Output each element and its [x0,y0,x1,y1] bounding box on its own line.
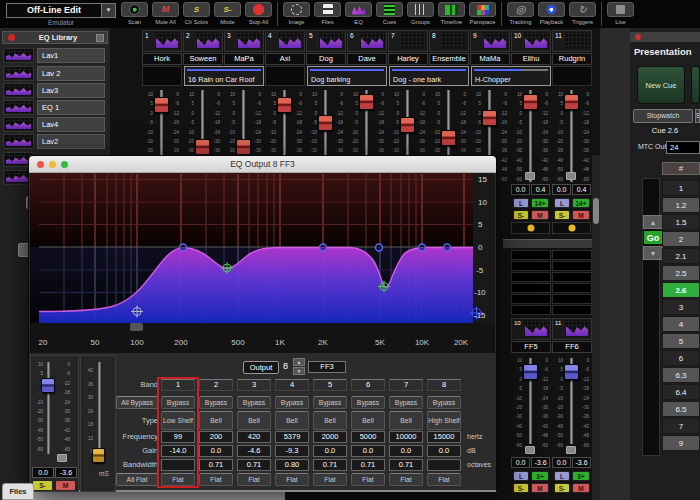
matrix-cell[interactable] [552,305,592,315]
preset-field[interactable]: FF3 [308,361,346,373]
channel-header[interactable]: 10 [511,30,551,52]
eq-thumbnail-icon[interactable] [195,32,221,50]
eq-thumbnail-icon[interactable] [523,32,549,50]
solo-button[interactable]: S- [554,210,570,220]
channel-header[interactable]: 9 [470,30,510,52]
toolbar-button-triggers[interactable]: ↻Triggers [568,1,597,28]
minimize-icon[interactable] [49,161,56,168]
gain-field[interactable]: -4.6 [237,445,271,457]
go-button[interactable]: Go [643,230,663,245]
channel-header[interactable]: 8 [429,30,469,52]
bandwidth-field[interactable]: 0.71 [237,459,271,471]
band-number[interactable]: 4 [275,379,309,391]
matrix-cell[interactable] [511,305,551,315]
fader-handle[interactable] [441,130,456,146]
eq-library-header[interactable]: EQ Library [2,31,108,44]
output-name[interactable]: FF6 [552,341,592,353]
fader-handle[interactable] [564,364,579,380]
fader-handle[interactable] [523,364,538,380]
matrix-cell[interactable] [511,261,551,271]
flat-button[interactable]: Flat [313,473,347,486]
toolbar-button-mode[interactable]: S-Mode [213,1,242,28]
gain-field[interactable]: -14.0 [161,445,195,457]
output-header[interactable]: 11 [552,318,592,340]
mute-button[interactable]: M [572,483,590,493]
toolbar-button-timeline[interactable]: Timeline [437,1,466,28]
eq-window-titlebar[interactable]: EQ Output 8 FF3 [29,156,496,173]
cue-row[interactable]: 9 [662,435,700,451]
link-button[interactable]: L [513,471,529,481]
zoom-icon[interactable] [61,161,68,168]
eq-thumbnail-icon[interactable] [277,32,303,50]
band-number[interactable]: 8 [427,379,461,391]
fader-handle[interactable] [318,115,333,131]
channel-header[interactable]: 1 [142,30,182,52]
matrix-cell[interactable] [511,283,551,293]
bandwidth-field[interactable]: 0.71 [313,459,347,471]
solo-button[interactable]: S- [32,480,53,491]
library-item[interactable]: Lav4 [3,117,107,133]
fader-handle[interactable] [359,94,374,110]
fader-gain-value[interactable]: 0.0 [32,467,54,478]
cue-down-button[interactable]: ▼ [643,246,663,260]
band-number[interactable]: 3 [237,379,271,391]
bandwidth-field[interactable] [161,459,195,471]
fader-handle[interactable] [400,117,415,133]
eq-thumbnail-icon[interactable] [564,32,590,50]
matrix-cell[interactable] [552,250,592,260]
toolbar-button-playback[interactable]: Playback [537,1,566,28]
library-item[interactable]: Lav3 [3,83,107,99]
eq-output-fader-handle[interactable] [41,378,55,393]
eq-thumbnail-icon[interactable] [359,32,385,50]
toolbar-button-mute-all[interactable]: MMute All [151,1,180,28]
matrix-cell[interactable] [552,261,592,271]
type-button[interactable]: Bell [313,411,347,430]
gain-field[interactable]: 0.0 [313,445,347,457]
chevron-down-icon[interactable]: ▼ [101,4,115,17]
link-button[interactable]: L [554,198,570,208]
output-header[interactable]: 10 [511,318,551,340]
flat-button[interactable]: Flat [199,473,233,486]
frequency-field[interactable]: 200 [199,431,233,443]
eq-thumbnail-icon[interactable] [441,32,467,50]
type-button[interactable]: Bell [199,411,233,430]
gain-value[interactable]: 0.0 [552,457,571,468]
channel-header[interactable]: 6 [347,30,387,52]
output-select-button[interactable]: Output [243,361,279,374]
gain-value[interactable]: 0.0 [511,457,530,468]
bypass-button[interactable]: Bypass [161,396,195,409]
clip-player[interactable]: Dog - one bark [389,66,469,86]
group-button[interactable]: 14+ [531,198,549,208]
matrix-cell[interactable] [511,250,551,260]
frequency-field[interactable]: 10000 [389,431,423,443]
channel-header[interactable]: 5 [306,30,346,52]
cue-row[interactable]: 7 [662,418,700,434]
scrollbar-thumb[interactable] [593,198,599,224]
cut-stopwatch-button[interactable]: S [695,109,700,123]
toolbar-button-groups[interactable]: Groups [406,1,435,28]
band-number[interactable]: 7 [389,379,423,391]
band-number[interactable]: 6 [351,379,385,391]
channel-header[interactable]: 7 [388,30,428,52]
channel-header[interactable]: 2 [183,30,223,52]
mixer-scrollbar[interactable] [592,155,600,500]
library-item[interactable]: EQ 1 [3,100,107,116]
channel-name[interactable]: Soween [183,53,223,65]
fader-handle[interactable] [277,97,292,113]
panel-icon[interactable] [96,34,104,42]
band-number[interactable]: 1 [161,379,195,391]
fader-handle[interactable] [236,139,251,155]
solo-button[interactable]: S- [554,483,570,493]
flat-button[interactable]: Flat [237,473,271,486]
matrix-cell[interactable] [552,283,592,293]
cue-row[interactable]: 3 [662,299,700,315]
clip-player[interactable]: H-Chopper [471,66,551,86]
fader-bottom-nub[interactable] [525,172,535,180]
eq-thumbnail-icon[interactable] [318,32,344,50]
mute-button[interactable]: M [531,210,549,220]
gain-value[interactable]: 0.0 [552,184,571,195]
new-cue-button[interactable]: New Cue [637,66,685,104]
band-number[interactable]: 2 [199,379,233,391]
toolbar-button-scan[interactable]: Scan [120,1,149,28]
stepper-down-icon[interactable]: ▼ [293,367,305,375]
